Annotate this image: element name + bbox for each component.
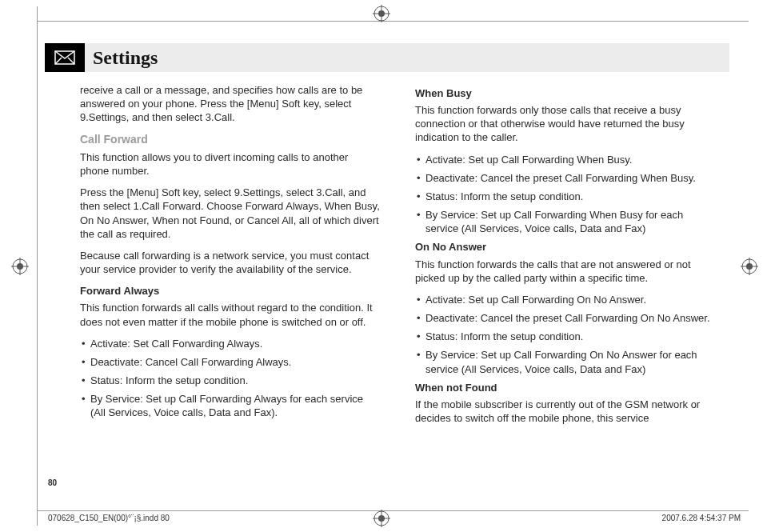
body-text: This function forwards the calls that ar…	[415, 258, 715, 285]
footer-right: 2007.6.28 4:54:37 PM	[662, 514, 741, 522]
registration-mark-icon	[11, 258, 29, 275]
list-item: Status: Inform the setup condition.	[415, 330, 715, 343]
svg-point-11	[17, 263, 23, 270]
page-sheet: Settings receive a call or a message, an…	[0, 0, 763, 532]
svg-point-7	[378, 515, 385, 522]
list-item: Status: Inform the setup condition.	[415, 190, 715, 203]
list-item: By Service: Set up Call Forwarding Alway…	[80, 392, 380, 419]
registration-mark-icon	[373, 510, 390, 527]
list-item: Deactivate: Cancel Call Forwarding Alway…	[80, 355, 380, 369]
body-text: Press the [Menu] Soft key, select 9.Sett…	[80, 186, 380, 241]
page-title: Settings	[93, 47, 158, 69]
registration-mark-icon	[373, 5, 390, 22]
svg-point-3	[378, 10, 385, 17]
envelope-icon	[54, 50, 75, 65]
body-text: If the mobile subscriber is currently ou…	[415, 398, 715, 425]
section-header: Settings	[45, 43, 729, 72]
body-text: This function forwards only those calls …	[415, 103, 715, 144]
right-column: When Busy This function forwards only th…	[415, 83, 715, 476]
list-item: Deactivate: Cancel the preset Call Forwa…	[415, 171, 715, 185]
body-text: Because call forwarding is a network ser…	[80, 249, 380, 276]
crop-top-line	[37, 21, 749, 22]
header-tab	[45, 43, 85, 72]
list-item: By Service: Set up Call Forwarding When …	[415, 208, 715, 235]
registration-mark-icon	[741, 258, 758, 275]
body-text: This function forwards all calls without…	[80, 301, 380, 328]
crop-left-line	[37, 6, 38, 526]
list-item: Activate: Set Call Forwarding Always.	[80, 337, 380, 350]
svg-line-17	[55, 58, 62, 64]
list-item: By Service: Set up Call Forwarding On No…	[415, 348, 715, 375]
list-item: Activate: Set up Call Forwarding When Bu…	[415, 153, 715, 166]
body-text: receive a call or a message, and specifi…	[80, 83, 380, 124]
bold-heading: When Busy	[415, 86, 715, 100]
svg-line-18	[68, 58, 74, 64]
bold-heading: When not Found	[415, 381, 715, 394]
bold-heading: On No Answer	[415, 240, 715, 254]
sub-heading: Call Forward	[80, 132, 380, 146]
bold-heading: Forward Always	[80, 284, 380, 298]
page-number: 80	[48, 478, 57, 487]
body-text: This function allows you to divert incom…	[80, 150, 380, 178]
list-item: Activate: Set up Call Forwarding On No A…	[415, 293, 715, 306]
left-column: receive a call or a message, and specifi…	[80, 83, 380, 476]
list-item: Status: Inform the setup condition.	[80, 374, 380, 387]
footer-left: 070628_C150_EN(00)°¨¡§.indd 80	[48, 514, 170, 522]
svg-point-15	[746, 263, 753, 270]
crop-bottom-line	[37, 510, 749, 511]
content-columns: receive a call or a message, and specifi…	[80, 83, 715, 476]
list-item: Deactivate: Cancel the preset Call Forwa…	[415, 311, 715, 325]
